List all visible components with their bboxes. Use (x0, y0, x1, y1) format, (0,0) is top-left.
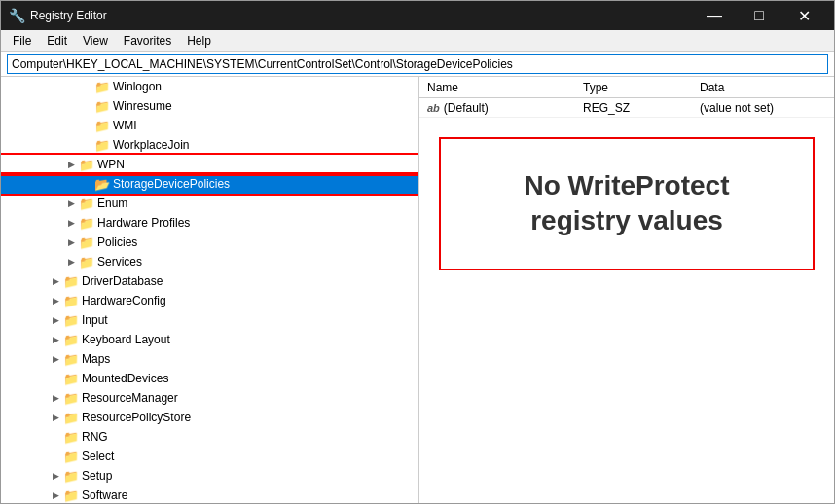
expand-icon (79, 98, 94, 114)
item-label: ResourceManager (82, 391, 178, 405)
reg-icon: ab (427, 102, 440, 114)
tree-item-setup[interactable]: ▶ 📁 Setup (1, 466, 418, 486)
expand-icon: ▶ (48, 487, 63, 503)
tree-item-hardware-profiles[interactable]: ▶ 📁 Hardware Profiles (1, 213, 418, 233)
item-label: ResourcePolicyStore (82, 411, 191, 424)
expand-icon (79, 137, 94, 153)
minimize-button[interactable]: — (692, 1, 737, 30)
folder-icon: 📁 (63, 332, 79, 347)
app-icon: 🔧 (9, 8, 24, 23)
tree-item-maps[interactable]: ▶ 📁 Maps (1, 349, 418, 369)
item-label: DriverDatabase (82, 274, 163, 288)
expand-icon: ▶ (48, 410, 63, 425)
item-label: WMI (113, 119, 137, 132)
tree-panel[interactable]: 📁 Winlogon 📁 Winresume 📁 WMI 📁 Workplace… (1, 77, 419, 503)
item-label: HardwareConfig (82, 294, 166, 307)
tree-item-resourcemanager[interactable]: ▶ 📁 ResourceManager (1, 388, 418, 408)
menu-favorites[interactable]: Favorites (116, 32, 179, 50)
tree-item-hardwareconfig[interactable]: ▶ 📁 HardwareConfig (1, 291, 418, 310)
tree-item-wpn[interactable]: ▶ 📁 WPN (1, 155, 418, 174)
item-label: MountedDevices (82, 372, 168, 385)
item-label: Policies (97, 235, 137, 249)
folder-icon: 📁 (94, 79, 110, 94)
item-label: WorkplaceJoin (113, 138, 189, 152)
expand-icon (79, 176, 94, 192)
expand-icon (79, 79, 94, 94)
data-cell-data: (value not set) (692, 101, 834, 115)
item-label: RNG (82, 430, 108, 444)
folder-icon: 📁 (63, 293, 79, 308)
title-bar: 🔧 Registry Editor — □ ✕ (1, 1, 834, 30)
menu-help[interactable]: Help (179, 32, 219, 50)
item-label: WPN (97, 158, 125, 171)
tree-item-resourcepolicystore[interactable]: ▶ 📁 ResourcePolicyStore (1, 408, 418, 427)
window-title: Registry Editor (30, 9, 107, 22)
tree-item-rng[interactable]: 📁 RNG (1, 427, 418, 447)
item-label: Enum (97, 197, 127, 210)
menu-file[interactable]: File (5, 32, 39, 50)
tree-item-enum[interactable]: ▶ 📁 Enum (1, 194, 418, 213)
folder-icon: 📁 (94, 98, 110, 114)
folder-icon: 📁 (94, 137, 110, 153)
item-label: Keyboard Layout (82, 333, 170, 346)
item-label: StorageDevicePolicies (113, 177, 230, 191)
tree-item-keyboard-layout[interactable]: ▶ 📁 Keyboard Layout (1, 330, 418, 349)
folder-icon: 📁 (63, 390, 79, 406)
tree-item-software[interactable]: ▶ 📁 Software (1, 486, 418, 503)
data-row-default[interactable]: ab (Default) REG_SZ (value not set) (419, 98, 834, 118)
menu-bar: File Edit View Favorites Help (1, 30, 834, 52)
folder-icon: 📁 (63, 312, 79, 328)
expand-icon: ▶ (63, 196, 79, 211)
title-bar-controls: — □ ✕ (692, 1, 826, 30)
main-content: 📁 Winlogon 📁 Winresume 📁 WMI 📁 Workplace… (1, 77, 834, 503)
column-type: Type (575, 77, 692, 97)
maximize-button[interactable]: □ (737, 1, 781, 30)
expand-icon: ▶ (48, 351, 63, 367)
item-label: Maps (82, 352, 110, 366)
tree-item-wmi[interactable]: 📁 WMI (1, 116, 418, 135)
folder-icon: 📁 (63, 410, 79, 425)
item-label: Input (82, 313, 108, 327)
close-button[interactable]: ✕ (781, 1, 826, 30)
address-bar (1, 52, 834, 77)
item-label: Select (82, 450, 114, 463)
tree-item-workplacejoin[interactable]: 📁 WorkplaceJoin (1, 135, 418, 155)
tree-item-services[interactable]: ▶ 📁 Services (1, 252, 418, 271)
no-values-box: No WriteProtectregistry values (439, 137, 815, 270)
item-label: Winlogon (113, 80, 162, 93)
folder-icon: 📁 (63, 351, 79, 367)
folder-icon: 📁 (63, 429, 79, 445)
folder-icon: 📁 (63, 273, 79, 289)
tree-item-policies[interactable]: ▶ 📁 Policies (1, 233, 418, 252)
expand-icon: ▶ (48, 468, 63, 484)
folder-icon: 📁 (79, 157, 94, 172)
no-values-text: No WriteProtectregistry values (524, 168, 729, 239)
expand-icon (48, 429, 63, 445)
expand-icon: ▶ (48, 293, 63, 308)
tree-item-winlogon[interactable]: 📁 Winlogon (1, 77, 418, 96)
folder-icon: 📁 (63, 487, 79, 503)
item-label: Software (82, 488, 127, 502)
menu-view[interactable]: View (75, 32, 116, 50)
item-label: Hardware Profiles (97, 216, 190, 230)
folder-icon: 📁 (63, 468, 79, 484)
tree-item-select[interactable]: 📁 Select (1, 447, 418, 466)
tree-item-storagedevicepolicies[interactable]: 📂 StorageDevicePolicies (1, 174, 418, 194)
folder-icon: 📁 (79, 215, 94, 231)
item-label: Setup (82, 469, 112, 483)
tree-item-input[interactable]: ▶ 📁 Input (1, 310, 418, 330)
folder-icon: 📁 (63, 449, 79, 464)
menu-edit[interactable]: Edit (39, 32, 75, 50)
folder-icon: 📁 (79, 254, 94, 270)
tree-item-winresume[interactable]: 📁 Winresume (1, 96, 418, 116)
tree-item-mounteddevices[interactable]: 📁 MountedDevices (1, 369, 418, 388)
address-input[interactable] (7, 54, 828, 74)
title-bar-left: 🔧 Registry Editor (9, 8, 107, 23)
expand-icon (79, 118, 94, 133)
tree-item-driverdatabase[interactable]: ▶ 📁 DriverDatabase (1, 271, 418, 291)
data-cell-type: REG_SZ (575, 101, 692, 115)
folder-icon: 📂 (94, 176, 110, 192)
expand-icon: ▶ (63, 157, 79, 172)
expand-icon: ▶ (48, 390, 63, 406)
item-label: Services (97, 255, 142, 269)
